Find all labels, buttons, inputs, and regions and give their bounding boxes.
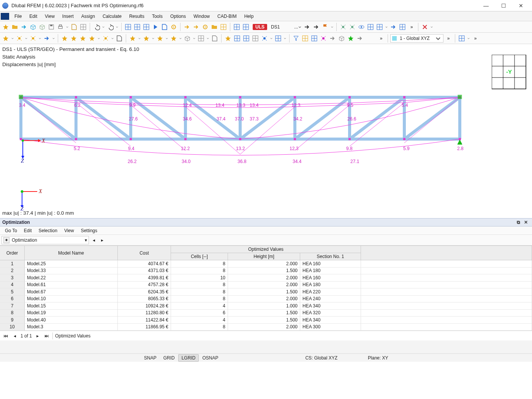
menu-results[interactable]: Results <box>125 12 148 21</box>
undo-dropdown[interactable] <box>101 23 105 31</box>
open-file[interactable] <box>11 23 19 31</box>
cell-height[interactable]: 1.500 <box>228 317 300 324</box>
view-1[interactable] <box>357 23 366 31</box>
load-tool-2-dropdown[interactable] <box>165 34 169 43</box>
menu-file[interactable]: File <box>11 12 25 21</box>
pager-prev[interactable]: ◂ <box>11 332 18 339</box>
menu-tools[interactable]: Tools <box>148 12 166 21</box>
status-cs[interactable]: CS: Global XYZ <box>301 355 341 361</box>
menu-help[interactable]: Help <box>241 12 258 21</box>
new-file[interactable] <box>2 23 10 31</box>
cell-cost[interactable]: 11866.95 € <box>118 324 171 331</box>
table-row-order[interactable]: 5 <box>0 288 25 296</box>
app-menu-icon[interactable] <box>1 13 9 20</box>
solid-tool-dropdown[interactable] <box>192 34 196 43</box>
hinge3[interactable] <box>251 34 260 43</box>
menu-options[interactable]: Options <box>166 12 190 21</box>
model-data-2[interactable] <box>38 23 46 31</box>
redo[interactable] <box>106 23 114 31</box>
filter[interactable] <box>292 34 300 43</box>
design-situation-combo[interactable]: ULSDS1 <box>251 23 293 31</box>
cell-cells[interactable]: 8 <box>171 324 228 331</box>
cell-height[interactable]: 2.000 <box>228 274 300 282</box>
cell-model[interactable]: Model.10 <box>25 296 118 303</box>
cell-model[interactable]: Model.61 <box>25 282 118 289</box>
workplane-dropdown[interactable] <box>467 34 470 43</box>
delete-results[interactable] <box>421 23 429 31</box>
cell-section[interactable]: HEA 320 <box>300 310 361 317</box>
cell-cells[interactable]: 8 <box>171 282 228 289</box>
orientation-cube[interactable]: -Y <box>492 55 527 90</box>
dim-2[interactable] <box>348 23 356 31</box>
table-row-order[interactable]: 2 <box>0 268 25 275</box>
cell-model[interactable]: Model.3 <box>25 324 118 331</box>
nav-prev[interactable] <box>303 23 311 31</box>
cell-section[interactable]: HEA 340 <box>300 317 361 324</box>
menu-window[interactable]: Window <box>190 12 214 21</box>
cell-height[interactable]: 1.000 <box>228 302 300 310</box>
opening[interactable] <box>197 34 205 43</box>
cell-section[interactable]: HEA 160 <box>300 260 361 268</box>
cell-height[interactable]: 2.000 <box>228 296 300 303</box>
table-row-order[interactable]: 6 <box>0 296 25 303</box>
view-3-dropdown[interactable] <box>385 23 388 31</box>
line-tool-dropdown[interactable] <box>52 34 55 43</box>
clipboard[interactable] <box>70 23 78 31</box>
table-row-order[interactable]: 7 <box>0 302 25 310</box>
cell-cost[interactable]: 4399.81 € <box>118 274 171 282</box>
node-new-dropdown[interactable] <box>11 34 14 43</box>
save[interactable] <box>47 23 55 31</box>
coord-system-combo[interactable]: 1 - Global XYZ <box>390 34 443 43</box>
optimization-table[interactable]: OrderModel NameCostOptimized ValuesCells… <box>0 245 532 331</box>
combo-more[interactable]: ... <box>294 23 302 31</box>
hinge2[interactable] <box>242 34 250 43</box>
load-tool-0[interactable] <box>128 34 137 43</box>
member-tool-0[interactable] <box>60 34 69 43</box>
contour[interactable] <box>328 34 337 43</box>
view-mode2[interactable] <box>310 34 318 43</box>
panel-menu-view[interactable]: View <box>61 227 78 234</box>
cell-cost[interactable]: 11280.80 € <box>118 310 171 317</box>
menu-view[interactable]: View <box>41 12 59 21</box>
undo[interactable] <box>92 23 101 31</box>
cell-cost[interactable]: 10924.28 € <box>118 302 171 310</box>
status-snap[interactable]: SNAP <box>141 354 160 362</box>
solid-tool[interactable] <box>183 34 192 43</box>
status-plane[interactable]: Plane: XY <box>364 355 392 361</box>
cell-cost[interactable]: 4074.67 € <box>118 260 171 268</box>
node-tool1-dropdown[interactable] <box>24 34 28 43</box>
surface-tool-dropdown[interactable] <box>111 34 114 43</box>
hinge1[interactable] <box>233 34 241 43</box>
cell-height[interactable]: 2.000 <box>228 324 300 331</box>
cell-model[interactable]: Model.19 <box>25 310 118 317</box>
member-tool-2[interactable] <box>79 34 87 43</box>
cell-cells[interactable]: 8 <box>171 260 228 268</box>
cell-section[interactable]: HEA 180 <box>300 282 361 289</box>
pager-next[interactable]: ▸ <box>34 332 41 339</box>
green-opt[interactable] <box>347 34 355 43</box>
print[interactable] <box>56 23 65 31</box>
calc[interactable] <box>169 23 178 31</box>
select-2[interactable] <box>192 23 200 31</box>
status-grid[interactable]: GRID <box>160 354 178 362</box>
flag-dropdown[interactable] <box>330 23 334 31</box>
view-2[interactable] <box>366 23 375 31</box>
cell-cells[interactable]: 6 <box>171 310 228 317</box>
table-row-order[interactable]: 1 <box>0 260 25 268</box>
cell-height[interactable]: 2.000 <box>228 282 300 289</box>
close-button[interactable]: ✕ <box>512 0 530 11</box>
table-row-order[interactable]: 9 <box>0 317 25 324</box>
load-tool-3[interactable] <box>169 34 178 43</box>
hinge5-dropdown[interactable] <box>283 34 287 43</box>
cell-height[interactable]: 1.500 <box>228 288 300 296</box>
cell-height[interactable]: 2.000 <box>228 260 300 268</box>
redo-dropdown[interactable] <box>115 23 119 31</box>
line-tool[interactable] <box>43 34 51 43</box>
cell-height[interactable]: 1.500 <box>228 310 300 317</box>
view-4[interactable] <box>389 23 397 31</box>
cell-section[interactable]: HEA 300 <box>300 324 361 331</box>
cell-section[interactable]: HEA 180 <box>300 268 361 275</box>
cell-cost[interactable]: 6204.35 € <box>118 288 171 296</box>
panel-menu-settings[interactable]: Settings <box>78 227 101 234</box>
combo-icon1[interactable] <box>233 23 241 31</box>
